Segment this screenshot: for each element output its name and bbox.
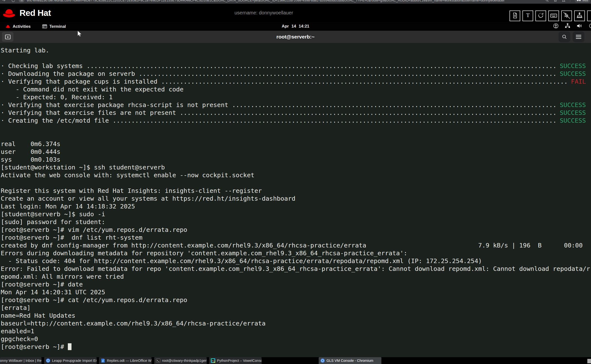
terminal-line: Mon Apr 14 14:20:31 UTC 2025 (1, 288, 591, 296)
status-ok: SUCCESS (556, 109, 586, 117)
vnc-header: Red Hat username: donnywoellauer T (0, 4, 591, 22)
incognito-label: Inco (582, 0, 588, 2)
terminal-line: name=Red Hat Updates (1, 312, 591, 319)
power-icon-partial[interactable] (589, 23, 591, 30)
search-icon[interactable] (545, 0, 549, 2)
svg-text:T: T (526, 12, 530, 18)
browser-toolbar: -o vnc-emea150.ole.redhat.com/?token=BD8… (0, 0, 591, 4)
terminal-line: - Command did not exit with the expected… (1, 85, 591, 93)
pycharm-icon: PC (211, 358, 215, 363)
bookmark-star-icon[interactable] (553, 0, 557, 2)
terminal-line: · Checking lab systems .................… (1, 62, 591, 70)
taskbar-item[interactable]: PCPythonProject – VowelConsonant... (209, 357, 262, 364)
terminal-line: user 0m0.444s (1, 148, 591, 156)
taskbar-item[interactable]: root@ctiwary-thinkpadp1gen4i:/... (154, 357, 207, 364)
taskbar-item[interactable]: Replies.odt — LibreOffice Writer (99, 357, 152, 364)
terminal-line: Create an account or view all your syste… (1, 195, 591, 202)
terminal-line: Errors during downloading metadata for r… (1, 249, 591, 257)
site-info-chip[interactable]: -o (19, 0, 24, 2)
terminal-line (1, 54, 591, 62)
terminal-line: - Expected: 0, Received: 1 (1, 93, 591, 101)
terminal-line: baseurl=http://content.example.com/rhel9… (1, 319, 591, 327)
terminal-line: [sudo] password for student: (1, 218, 591, 226)
search-icon (562, 34, 567, 39)
vnc-button-on-screen-keyboard[interactable] (548, 10, 559, 21)
terminal-line: - Status code: 404 for http://content.ex… (1, 257, 591, 265)
status-ok: SUCCESS (556, 101, 586, 109)
terminal-line: · Verifying that exercise files are not … (1, 109, 591, 117)
incognito-badge: Inco (575, 0, 590, 3)
hamburger-menu-icon (576, 35, 581, 39)
url-bar[interactable]: vnc-emea150.ole.redhat.com/?token=BD8775… (27, 0, 541, 2)
terminal-line (1, 124, 591, 132)
forward-icon[interactable] (1, 0, 6, 2)
terminal-line: Last login: Mon Apr 14 14:18:32 2025 (1, 202, 591, 210)
taskbar-item-label: Replies.odt — LibreOffice Writer (107, 359, 152, 363)
terminal-title: root@serverb:~ (0, 34, 591, 40)
terminal-line: [student@workstation ~]$ ssh student@ser… (1, 163, 591, 171)
taskbar-item[interactable]: GLS VM Console - Chromium (319, 357, 381, 364)
vnc-button-reconnect[interactable] (535, 10, 546, 21)
status-ok: SUCCESS (556, 70, 586, 78)
terminal-line: Starting lab. (1, 46, 591, 54)
terminal-line: [root@serverb ~]# cat /etc/yum.repos.d/e… (1, 296, 591, 304)
chromium-icon (320, 358, 325, 363)
extension-triangle-icon[interactable] (562, 0, 566, 2)
terminal-window-header: root@serverb:~ (0, 31, 591, 43)
terminal-line: sys 0m0.103s (1, 156, 591, 163)
vnc-toolbar-buttons: T (509, 10, 591, 21)
reconnect-icon (537, 12, 544, 20)
clock[interactable]: Apr 14 14:21 (0, 24, 591, 29)
terminal-output[interactable]: Starting lab. · Checking lab systems ...… (0, 43, 591, 357)
terminal-icon (156, 358, 160, 363)
vnc-button-hide-cursor[interactable] (561, 10, 572, 21)
terminal-line: [errata] (1, 304, 591, 312)
terminal-line: Error: Failed to download metadata for r… (1, 265, 591, 273)
terminal-line: [student@serverb ~]$ sudo -i (1, 210, 591, 218)
vnc-button-clipboard[interactable] (509, 10, 520, 21)
hide-cursor-icon (563, 11, 571, 20)
terminal-line: · Creating the /etc/motd file ..........… (1, 117, 591, 124)
taskbar-item[interactable]: Leapp Preupgrade Import Error - ... (44, 357, 97, 364)
terminal-line: · Verifying that exercise package rhcsa-… (1, 101, 591, 109)
on-screen-keyboard-icon (550, 12, 557, 20)
terminal-line: gpgcheck=0 (1, 335, 591, 343)
taskbar: onny Wöllauer | Inbox | Red Hat ...Leapp… (0, 357, 591, 364)
terminal-line: Register this system with Red Hat Insigh… (1, 187, 591, 195)
push-to-screen-icon (576, 12, 583, 20)
volume-icon[interactable] (576, 23, 583, 30)
terminal-line: created by dnf config-manager from http:… (1, 241, 591, 249)
terminal-line: epomd.xml: All mirrors were tried (1, 273, 591, 280)
toolbar-separator (570, 0, 570, 2)
vnc-button-push-to-screen[interactable] (574, 10, 585, 21)
show-desktop-button[interactable] (587, 359, 591, 363)
terminal-line: · Verifying that package cups is install… (1, 78, 591, 85)
mouse-pointer (77, 31, 82, 38)
taskbar-item[interactable]: onny Wöllauer | Inbox | Red Hat ... (0, 357, 41, 364)
taskbar-item-label: onny Wöllauer | Inbox | Red Hat ... (0, 359, 41, 363)
vnc-username: username: donnywoellauer (0, 10, 528, 16)
vnc-button-text-input[interactable]: T (522, 10, 533, 21)
status-fail: FAIL (567, 78, 586, 85)
chromium-icon (46, 358, 50, 363)
terminal-line: real 0m6.374s (1, 140, 591, 148)
terminal-menu-button[interactable] (573, 31, 584, 42)
network-icon[interactable] (565, 23, 571, 30)
terminal-line: [root@serverb ~]# dnf list rht-system (1, 234, 591, 241)
reload-icon[interactable] (11, 0, 15, 2)
terminal-line: [root@serverb ~]# vim /etc/yum.repos.d/e… (1, 226, 591, 234)
terminal-line: Activate the web console with: systemctl… (1, 171, 591, 179)
vnc-button-partial[interactable] (587, 10, 591, 21)
terminal-line: [root@serverb ~]# date (1, 280, 591, 288)
taskbar-item-label: PythonProject – VowelConsonant... (217, 359, 262, 363)
terminal-line: [root@serverb ~]# (1, 343, 591, 351)
terminal-line (1, 132, 591, 140)
taskbar-item-label: root@ctiwary-thinkpadp1gen4i:/... (162, 359, 207, 363)
terminal-search-button[interactable] (559, 31, 570, 42)
taskbar-item-label: Leapp Preupgrade Import Error - ... (52, 359, 97, 363)
clipboard-icon (512, 12, 518, 20)
text-input-icon: T (525, 12, 531, 20)
status-ok: SUCCESS (556, 62, 586, 70)
terminal-line: · Downloading the package on serverb ...… (1, 70, 591, 78)
accessibility-icon[interactable] (553, 23, 559, 30)
